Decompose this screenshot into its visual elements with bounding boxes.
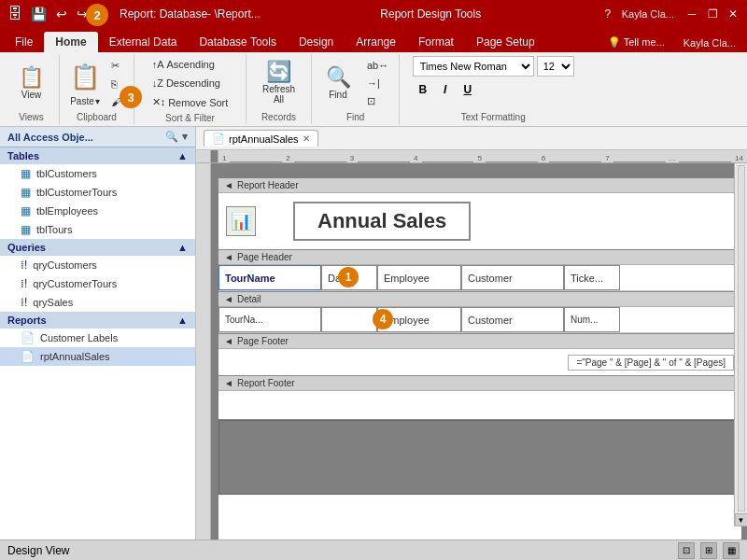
reports-section-header[interactable]: Reports ▲ [0,312,195,329]
nav-item-qry-customer-tours[interactable]: ⁞! qryCustomerTours [0,274,195,293]
nav-search-icon[interactable]: 🔍 [165,131,178,143]
page-footer-section: ◄ Page Footer ="Page " & [Page] & " of "… [218,334,741,376]
employee-header-cell[interactable]: Employee [377,265,461,290]
font-row: Times New Roman 12 [413,56,574,77]
nav-pane-header[interactable]: All Access Obje... 🔍 ▾ [0,127,195,147]
italic-button[interactable]: I [435,79,456,100]
nav-item-qry-sales[interactable]: ⁞! qrySales [0,293,195,312]
detail-num-cell[interactable]: Num... [564,307,620,332]
vscroll-track[interactable] [738,165,745,511]
select-button[interactable]: ⊡ [362,92,393,110]
replace-button[interactable]: ab↔ [362,57,393,74]
nav-item-rpt-annual-sales[interactable]: 📄 rptAnnualSales [0,347,195,366]
tab-file[interactable]: File [4,32,44,52]
tourname-header-cell[interactable]: TourName [218,265,321,290]
font-size-select[interactable]: 12 [537,56,574,77]
bold-button[interactable]: B [413,79,433,100]
nav-item-customer-labels[interactable]: 📄 Customer Labels [0,329,195,347]
tab-format[interactable]: Format [407,32,465,52]
nav-item-label: rptAnnualSales [40,351,110,362]
detail-tourname-cell[interactable]: TourNa... [218,307,321,332]
find-icon: 🔍 [326,67,351,88]
page-header-arrow: ◄ [224,252,233,262]
detail-num-text: Num... [571,315,598,325]
doc-tab-rpt-annual-sales[interactable]: 📄 rptAnnualSales ✕ [204,130,318,147]
minimize-button[interactable]: ─ [685,7,698,21]
paste-button[interactable]: 📋 Paste▾ [67,60,103,107]
status-icon-2[interactable]: ⊞ [700,542,717,559]
cut-button[interactable]: ✂ [106,57,126,75]
clipboard-label: Clipboard [77,110,117,122]
view-button[interactable]: 📋 View [11,57,52,109]
descending-button[interactable]: ↓Z Descending [148,75,225,91]
ribbon-group-views: 📋 View Views [4,54,60,124]
save-button[interactable]: 💾 [28,5,49,23]
tab-home[interactable]: Home [44,32,97,52]
refresh-all-button[interactable]: 🔄 Refresh All [259,57,300,109]
undo-button[interactable]: ↩ [53,5,70,23]
restore-button[interactable]: ❐ [706,7,719,21]
status-icon-3[interactable]: ▦ [723,542,740,559]
reports-collapse-icon: ▲ [177,315,188,326]
vertical-scrollbar[interactable]: ▲ ▼ [734,150,747,526]
table-icon: ▦ [21,223,31,236]
text-formatting-label: Text Formatting [461,110,526,122]
tab-external-data[interactable]: External Data [98,32,189,52]
tables-section-header[interactable]: Tables ▲ [0,147,195,164]
nav-menu-icon[interactable]: ▾ [182,131,188,143]
tab-design[interactable]: Design [288,32,345,52]
report-header-icon[interactable]: 📊 [226,206,256,236]
document-area: 📄 rptAnnualSales ✕ 1 [196,127,747,539]
find-button[interactable]: 🔍 Find [317,57,359,109]
descending-icon: ↓Z [152,77,163,89]
underline-button[interactable]: U [458,79,478,100]
status-icon-1[interactable]: ⊡ [678,542,695,559]
tell-me-button[interactable]: 💡 Tell me... [597,33,676,52]
user-name: Kayla Cla... [622,8,674,20]
tab-page-setup[interactable]: Page Setup [465,32,546,52]
detail-date-cell[interactable] [321,307,377,332]
customer-header-cell[interactable]: Customer [461,265,564,290]
annual-sales-title[interactable]: Annual Sales [293,202,471,241]
close-button[interactable]: ✕ [726,7,740,21]
views-label: Views [19,110,44,122]
title-bar-right: ? Kayla Cla... ─ ❐ ✕ [601,7,740,21]
nav-item-label: tblCustomerTours [36,187,117,198]
ribbon-group-records: 🔄 Refresh All Records [247,54,312,124]
nav-item-label: qryCustomerTours [33,278,117,289]
nav-item-tbl-employees[interactable]: ▦ tblEmployees [0,202,195,220]
remove-sort-icon: ✕↕ [152,96,166,108]
tourname-header-text: TourName [225,273,275,284]
table-icon: ▦ [21,167,31,180]
font-name-select[interactable]: Times New Roman [413,56,534,77]
goto-button[interactable]: →| [362,75,393,91]
page-footer-expr[interactable]: ="Page " & [Page] & " of " & [Pages] [568,355,734,371]
nav-item-tbl-customers[interactable]: ▦ tblCustomers [0,164,195,183]
paste-label[interactable]: Paste▾ [67,95,103,107]
page-header-section: ◄ Page Header 1 TourName [218,250,741,292]
views-content: 📋 View [11,56,52,110]
ribbon-tabs: File Home External Data Database Tools D… [0,28,747,52]
find-label: Find [346,110,364,122]
ascending-button[interactable]: ↑A Ascending [148,56,219,73]
nav-item-qry-customers[interactable]: ⁞! qryCustomers [0,256,195,274]
doc-tab-close-button[interactable]: ✕ [303,133,310,144]
nav-item-label: Customer Labels [40,332,118,343]
queries-section-header[interactable]: Queries ▲ [0,239,195,256]
doc-tab-icon: 📄 [212,133,225,145]
scroll-down-button[interactable]: ▼ [735,513,748,526]
detail-customer-cell[interactable]: Customer [461,307,564,332]
detail-arrow: ◄ [224,294,233,304]
nav-item-tbl-customer-tours[interactable]: ▦ tblCustomerTours [0,183,195,202]
tab-database-tools[interactable]: Database Tools [188,32,288,52]
tab-arrange[interactable]: Arrange [345,32,407,52]
report-footer-text: Report Footer [237,378,295,388]
ticket-header-cell[interactable]: Ticke... [564,265,620,290]
query-icon: ⁞! [21,296,27,309]
remove-sort-button[interactable]: ✕↕ Remove Sort [148,93,233,111]
nav-item-tbl-tours[interactable]: ▦ tblTours [0,220,195,239]
report-header-section: ◄ Report Header 📊 Annual Sales [218,178,741,250]
detail-customer-text: Customer [468,315,513,326]
help-button[interactable]: ? [601,7,614,21]
ribbon-group-find: 🔍 Find ab↔ →| ⊡ Find [312,54,400,124]
